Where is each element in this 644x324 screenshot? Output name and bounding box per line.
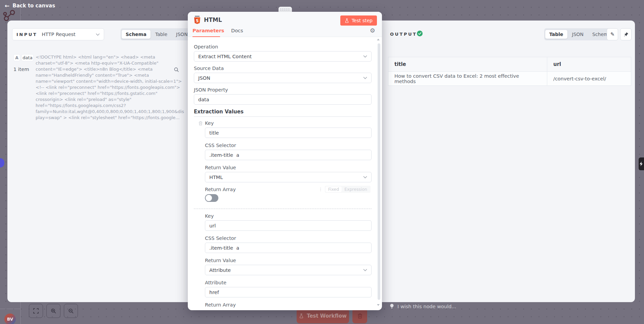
- field-name-badge[interactable]: data: [22, 54, 34, 61]
- column-header-title[interactable]: title: [388, 57, 547, 71]
- active-tab-underline: [192, 36, 220, 37]
- node-feedback-prompt[interactable]: I wish this node would...: [390, 303, 456, 309]
- back-arrow-icon: ←: [5, 2, 9, 9]
- modal-scrollbar[interactable]: [378, 43, 380, 300]
- fit-view-button[interactable]: [29, 304, 43, 318]
- parameter-options-icon: ⋮: [318, 187, 323, 192]
- parameter-mode-toggle[interactable]: ⋮ Fixed Expression: [318, 186, 371, 193]
- pin-icon: [624, 32, 629, 37]
- input-view-tabs: Schema Table JSON: [121, 28, 193, 40]
- output-tab-table[interactable]: Table: [545, 30, 567, 39]
- output-panel: OUTPUT Table JSON Schema ✎ 1 item title …: [382, 21, 635, 302]
- css-selector-input-2[interactable]: [205, 243, 372, 253]
- flask-icon: [345, 19, 349, 23]
- output-panel-label: OUTPUT: [390, 32, 417, 37]
- extraction-divider: [194, 209, 372, 209]
- input-source-value: HTTP Request: [42, 32, 96, 37]
- lightning-icon: [640, 161, 643, 166]
- avatar-initials: BV: [7, 317, 13, 322]
- test-workflow-label: Test Workflow: [307, 313, 347, 319]
- back-to-canvas-label: Back to canvas: [12, 3, 55, 9]
- input-tab-table[interactable]: Table: [151, 30, 171, 39]
- source-data-label: Source Data: [194, 66, 224, 71]
- gear-icon[interactable]: ⚙: [370, 27, 375, 34]
- user-avatar[interactable]: BV: [4, 314, 16, 324]
- cell-url: /convert-csv-to-excel/: [547, 72, 631, 85]
- scroll-up-icon[interactable]: [377, 39, 380, 40]
- return-value-2: Attribute: [209, 267, 231, 273]
- return-value-label-2: Return Value: [205, 258, 236, 263]
- return-value-select-1[interactable]: HTML: [205, 172, 372, 182]
- workflow-nodes-icon: [3, 9, 16, 22]
- fit-view-icon: [33, 308, 39, 314]
- source-data-value: JSON: [198, 75, 210, 81]
- node-endpoint-stub: [0, 158, 4, 168]
- operation-select[interactable]: Extract HTML Content: [194, 51, 372, 62]
- delete-node-button[interactable]: [352, 309, 367, 323]
- zoom-in-icon: [51, 308, 56, 314]
- chevron-down-icon: [363, 269, 367, 271]
- delete-extraction-icon[interactable]: [199, 121, 203, 125]
- svg-text:5: 5: [196, 19, 199, 23]
- chevron-down-icon: [363, 176, 367, 178]
- return-array-label-1: Return Array: [205, 187, 236, 192]
- mode-fixed[interactable]: Fixed: [326, 186, 342, 192]
- pencil-icon: ✎: [610, 31, 615, 37]
- operation-label: Operation: [194, 44, 218, 49]
- tab-parameters[interactable]: Parameters: [192, 28, 224, 33]
- chevron-down-icon: [363, 55, 367, 58]
- chevron-down-icon: [363, 77, 367, 79]
- return-value-label-1: Return Value: [205, 165, 236, 170]
- back-to-canvas-link[interactable]: ← Back to canvas: [5, 2, 55, 9]
- json-property-label: JSON Property: [194, 87, 228, 93]
- zoom-out-icon: [68, 308, 74, 314]
- css-selector-label-2: CSS Selector: [205, 236, 236, 241]
- node-feedback-label: I wish this node would...: [397, 304, 456, 309]
- edit-output-button[interactable]: ✎: [607, 28, 618, 40]
- tab-docs[interactable]: Docs: [231, 28, 243, 33]
- input-panel-label: INPUT: [16, 32, 37, 37]
- zoom-in-button[interactable]: [46, 304, 60, 318]
- key-label-1: Key: [205, 120, 214, 126]
- chevron-down-icon: [96, 33, 100, 36]
- pin-data-button[interactable]: [620, 28, 632, 40]
- connection-wire: [0, 309, 20, 309]
- scroll-down-icon[interactable]: [377, 304, 380, 306]
- source-data-select[interactable]: JSON: [194, 73, 372, 83]
- output-tab-json[interactable]: JSON: [568, 30, 588, 39]
- key-input-1[interactable]: [205, 128, 372, 138]
- output-table: title url How to convert CSV data to Exc…: [388, 57, 631, 86]
- drag-dots-icon: [281, 8, 290, 10]
- test-step-label: Test step: [352, 18, 373, 23]
- attribute-input[interactable]: [205, 287, 372, 297]
- trash-icon: [357, 313, 362, 319]
- table-row[interactable]: How to convert CSV data to Excel: 2 most…: [388, 72, 631, 85]
- zoom-out-button[interactable]: [64, 304, 78, 318]
- return-value-select-2[interactable]: Attribute: [205, 265, 372, 275]
- cell-title: How to convert CSV data to Excel: 2 most…: [388, 72, 547, 85]
- table-header-row: title url: [388, 57, 631, 72]
- column-header-url[interactable]: url: [547, 57, 631, 71]
- lightbulb-icon: [390, 303, 394, 309]
- return-value-1: HTML: [209, 175, 223, 180]
- section-divider: [194, 116, 372, 117]
- attribute-label: Attribute: [205, 280, 226, 285]
- key-input-2[interactable]: [205, 220, 372, 231]
- modal-header: 5 HTML Test step Parameters Docs ⚙: [188, 12, 382, 37]
- extraction-values-title: Extraction Values: [194, 109, 244, 115]
- input-source-select[interactable]: INPUT HTTP Request: [12, 28, 104, 40]
- mode-expression[interactable]: Expression: [342, 186, 370, 192]
- test-workflow-button[interactable]: Test Workflow: [297, 309, 349, 323]
- success-check-icon: [417, 31, 423, 36]
- test-step-button[interactable]: Test step: [340, 15, 377, 26]
- flask-icon: [299, 314, 304, 318]
- return-array-label-2: Return Array: [205, 302, 236, 308]
- modal-drag-handle[interactable]: [278, 7, 292, 12]
- return-array-toggle-1[interactable]: [205, 194, 218, 202]
- input-item-count: 1 item: [13, 67, 29, 72]
- input-tab-schema[interactable]: Schema: [122, 30, 151, 39]
- input-panel: INPUT HTTP Request Schema Table JSON 1 i…: [7, 21, 188, 302]
- css-selector-input-1[interactable]: [205, 150, 372, 160]
- json-property-input[interactable]: [194, 94, 372, 105]
- field-value-preview[interactable]: <!DOCTYPE html> <html lang="en"> <head> …: [36, 54, 184, 121]
